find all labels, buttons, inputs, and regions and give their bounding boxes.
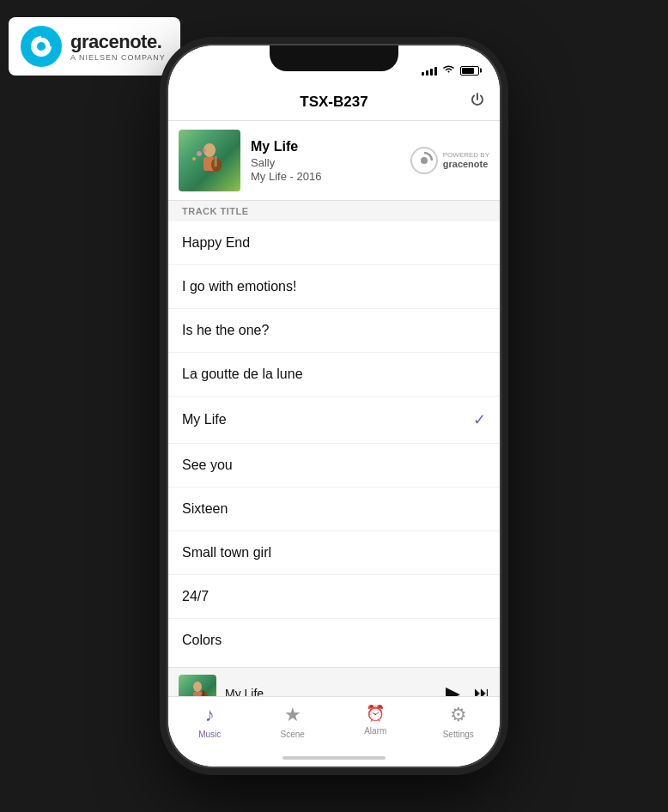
gracenote-logo: gracenote. A NIELSEN COMPANY: [9, 17, 180, 76]
album-info: My Life Sally My Life - 2016: [251, 139, 400, 183]
track-active-check: ✓: [473, 410, 486, 429]
gracenote-sub: A NIELSEN COMPANY: [70, 53, 166, 62]
track-item[interactable]: La goutte de la lune: [168, 353, 500, 397]
svg-point-10: [203, 148, 206, 152]
nav-music[interactable]: ♪ Music: [168, 704, 252, 739]
album-year: My Life - 2016: [251, 170, 400, 183]
track-item[interactable]: See you: [168, 444, 500, 488]
power-button[interactable]: [469, 91, 486, 112]
album-section: My Life Sally My Life - 2016 POWERED BY: [168, 121, 500, 201]
album-artist: Sally: [251, 156, 400, 169]
track-item[interactable]: Small town girl: [168, 531, 500, 575]
album-title: My Life: [251, 139, 400, 155]
gracenote-brand: gracenote.: [70, 31, 166, 53]
album-art: [179, 130, 240, 191]
track-name: 24/7: [182, 589, 209, 604]
track-name: Is he the one?: [182, 323, 269, 338]
nav-settings-label: Settings: [443, 730, 474, 739]
track-item[interactable]: I go with emotions!: [168, 265, 500, 309]
signal-icon: [422, 65, 437, 76]
phone-shell: 9:41: [167, 44, 501, 768]
svg-rect-5: [214, 156, 216, 167]
track-item[interactable]: Is he the one?: [168, 309, 500, 353]
app-header: TSX-B237: [168, 83, 500, 121]
svg-point-11: [192, 157, 196, 161]
svg-point-1: [37, 42, 46, 51]
music-icon: ♪: [205, 704, 215, 726]
gracenote-text: gracenote. A NIELSEN COMPANY: [70, 31, 166, 62]
status-icons: [422, 64, 479, 76]
gracenote-logo-icon: [21, 26, 62, 67]
alarm-icon: ⏰: [366, 704, 385, 723]
nav-scene-label: Scene: [281, 730, 305, 739]
track-item[interactable]: Happy End: [168, 221, 500, 265]
app-title: TSX-B237: [300, 94, 367, 111]
scene-icon: ★: [284, 704, 301, 726]
track-name: La goutte de la lune: [182, 367, 303, 382]
track-name: My Life: [182, 412, 227, 427]
home-indicator: [282, 756, 386, 760]
settings-icon: ⚙: [450, 704, 467, 726]
gracenote-badge-text: POWERED BY gracenote: [443, 151, 489, 171]
screen: 9:41: [168, 45, 500, 767]
svg-point-13: [421, 157, 428, 164]
notch: [270, 45, 398, 71]
track-list: Happy End I go with emotions! Is he the …: [168, 221, 500, 648]
track-name: Small town girl: [182, 545, 271, 561]
gracenote-powered-badge: POWERED BY gracenote: [410, 147, 489, 174]
nav-settings[interactable]: ⚙ Settings: [417, 704, 501, 739]
nav-music-label: Music: [198, 730, 221, 739]
nav-alarm-label: Alarm: [364, 726, 386, 736]
nav-alarm[interactable]: ⏰ Alarm: [334, 704, 417, 736]
track-section-header: TRACK TITLE: [168, 201, 500, 221]
battery-icon: [460, 66, 479, 76]
track-item[interactable]: Sixteen: [168, 488, 500, 531]
track-item[interactable]: My Life ✓: [168, 397, 500, 444]
track-name: See you: [182, 458, 233, 473]
gracenote-badge-icon: [410, 147, 438, 174]
wifi-icon: [442, 64, 455, 76]
track-item[interactable]: 24/7: [168, 575, 500, 619]
track-name: Colors: [182, 633, 222, 648]
track-name: Happy End: [182, 235, 250, 251]
svg-point-9: [197, 151, 202, 156]
track-name: I go with emotions!: [182, 279, 296, 294]
content-area: My Life Sally My Life - 2016 POWERED BY: [168, 121, 500, 648]
track-name: Sixteen: [182, 501, 228, 517]
svg-point-14: [193, 682, 202, 692]
nav-scene[interactable]: ★ Scene: [252, 704, 335, 739]
track-item[interactable]: Colors: [168, 619, 500, 648]
